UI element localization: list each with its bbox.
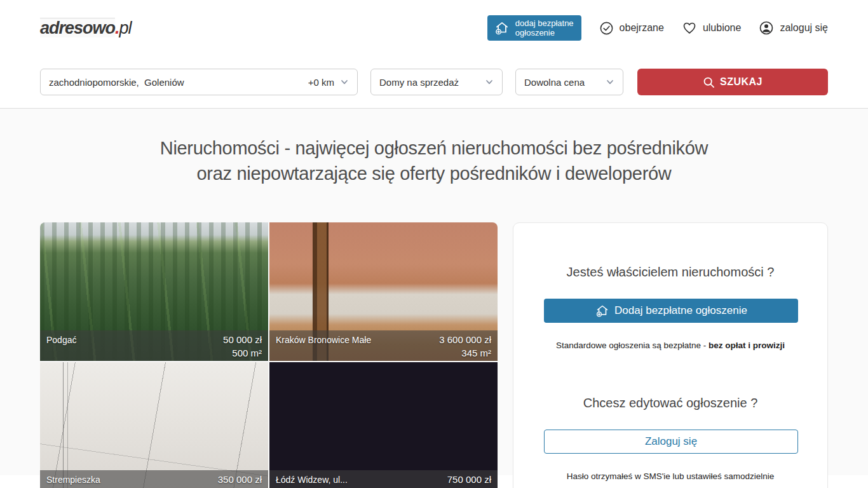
add-listing-label-line2: ogłoszenie [515,28,574,37]
price-value: Dowolna cena [524,77,585,88]
search-button-label: SZUKAJ [720,76,763,88]
listing-photo [40,362,268,488]
owner-note: Standardowe ogłoszenia są bezpłatne - be… [544,341,797,350]
owner-note-plain: Standardowe ogłoszenia są bezpłatne - [556,341,709,350]
listing-caption: Podgać 50 000 zł 500 m² [40,330,268,361]
radius-value: +0 km [308,77,334,88]
listing-price: 750 000 zł [447,473,491,487]
nav-viewed-label: obejrzane [620,22,664,34]
nav-login[interactable]: zaloguj się [759,20,828,36]
location-input[interactable] [49,77,308,88]
add-listing-button[interactable]: dodaj bezpłatne ogłoszenie [487,15,581,41]
nav-favorites[interactable]: ulubione [682,20,742,36]
listing-grid: Podgać 50 000 zł 500 m² Kraków Bronowice… [40,222,498,488]
brand-logo-main: adresowo [40,18,115,37]
page-header: adresowo.pl dodaj bezpłatne ogłoszenie [0,0,868,95]
listing-area: 345 m² [439,347,491,360]
listing-caption: Kraków Bronowice Małe 3 600 000 zł 345 m… [269,330,498,361]
user-circle-icon [759,20,774,36]
brand-logo[interactable]: adresowo.pl [40,18,132,38]
listing-price: 3 600 000 zł [439,333,491,347]
listing-name: Łódź Widzew, ul... [276,473,348,487]
listing-photo [269,362,498,488]
listing-name: Kraków Bronowice Małe [276,333,371,347]
search-icon [703,76,715,88]
chevron-down-icon [340,78,349,86]
listing-card[interactable]: Kraków Bronowice Małe 3 600 000 zł 345 m… [269,222,498,361]
page-title-line1: Nieruchomości - najwięcej ogłoszeń nieru… [0,135,868,161]
nav-favorites-label: ulubione [703,22,742,34]
login-button[interactable]: Zaloguj się [544,430,798,454]
login-button-label: Zaloguj się [645,435,697,448]
property-type-value: Domy na sprzedaż [379,77,459,88]
listing-card[interactable]: Podgać 50 000 zł 500 m² [40,222,268,361]
house-plus-icon [494,20,510,36]
listing-card[interactable]: Łódź Widzew, ul... 750 000 zł [269,362,498,488]
owner-heading: Jesteś właścicielem nieruchomości ? [544,265,797,280]
price-select[interactable]: Dowolna cena [515,69,623,95]
nav-viewed[interactable]: obejrzane [599,21,664,36]
listing-name: Strempieszka [46,473,100,487]
edit-note: Hasło otrzymałeś w SMS'ie lub ustawiłeś … [544,471,797,481]
edit-heading: Chcesz edytować ogłoszenie ? [544,396,797,410]
nav-login-label: zaloguj się [780,22,828,34]
house-plus-icon [595,303,610,318]
listing-card[interactable]: Strempieszka 350 000 zł [40,362,268,488]
listing-price: 350 000 zł [218,473,262,487]
listing-caption: Strempieszka 350 000 zł [40,470,268,488]
add-listing-label-line1: dodaj bezpłatne [515,18,574,28]
search-button[interactable]: SZUKAJ [637,69,828,95]
owner-panel: Jesteś właścicielem nieruchomości ? Doda… [513,222,828,488]
radius-select[interactable]: +0 km [308,77,349,88]
main-content: Nieruchomości - najwięcej ogłoszeń nieru… [0,108,868,475]
heart-icon [682,20,697,36]
listing-caption: Łódź Widzew, ul... 750 000 zł [269,470,498,488]
property-type-select[interactable]: Domy na sprzedaż [370,69,503,95]
brand-logo-tld: pl [119,18,132,37]
owner-note-bold: bez opłat i prowizji [709,341,785,350]
page-title-line2: oraz niepowtarzające się oferty pośredni… [0,161,868,186]
check-circle-icon [599,21,614,36]
chevron-down-icon [606,78,614,86]
page-title: Nieruchomości - najwięcej ogłoszeń nieru… [0,135,868,186]
listing-name: Podgać [46,333,76,347]
add-free-listing-button[interactable]: Dodaj bezpłatne ogłoszenie [544,299,798,323]
search-bar: +0 km Domy na sprzedaż Dowolna cena [40,69,828,95]
location-field[interactable]: +0 km [40,69,358,95]
listing-price: 50 000 zł [223,333,262,347]
chevron-down-icon [485,78,494,86]
listing-area: 500 m² [223,347,262,360]
add-free-listing-label: Dodaj bezpłatne ogłoszenie [614,304,747,317]
